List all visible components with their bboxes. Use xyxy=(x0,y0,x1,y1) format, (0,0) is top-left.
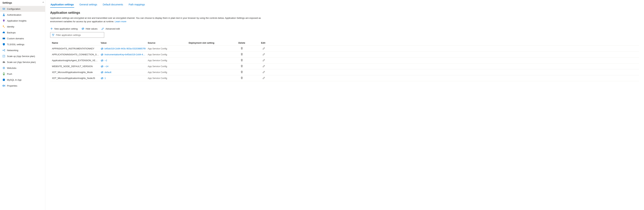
plus-icon xyxy=(50,27,53,30)
pencil-icon[interactable] xyxy=(262,77,265,79)
edit-cell xyxy=(253,71,267,74)
properties-icon xyxy=(2,84,5,87)
svg-point-5 xyxy=(4,8,5,9)
sidebar-item-scale-out-app-service-plan-[interactable]: Scale out (App Service plan) xyxy=(0,59,45,65)
setting-value[interactable]: InstrumentationKey=b45dc019-2c64-44… xyxy=(104,53,146,56)
trash-icon[interactable] xyxy=(240,53,243,56)
eye-hide-icon[interactable] xyxy=(101,65,104,68)
tab-path-mappings[interactable]: Path mappings xyxy=(128,2,145,8)
setting-source: App Service Config xyxy=(148,71,189,74)
edit-cell xyxy=(253,77,267,80)
table-header: Name Value Source Deployment slot settin… xyxy=(50,40,639,46)
setting-value-cell: InstrumentationKey=b45dc019-2c64-44… xyxy=(101,53,148,56)
setting-value[interactable]: 1 xyxy=(104,77,106,80)
table-row: XDT_MicrosoftApplicationInsights_NodeJS1… xyxy=(50,75,639,81)
advanced-edit-button[interactable]: Advanced edit xyxy=(102,27,120,30)
svg-point-18 xyxy=(3,67,4,69)
setting-name: XDT_MicrosoftApplicationInsights_NodeJS xyxy=(52,77,101,80)
trash-icon[interactable] xyxy=(240,47,243,50)
sidebar-item-label: TLS/SSL settings xyxy=(7,43,24,46)
th-delete: Delete xyxy=(230,42,253,44)
setting-value[interactable]: ~2 xyxy=(104,59,107,62)
eye-hide-icon[interactable] xyxy=(101,59,104,62)
edit-cell xyxy=(253,53,267,56)
svg-rect-17 xyxy=(4,62,5,63)
tab-general-settings[interactable]: General settings xyxy=(79,2,98,8)
pencil-icon[interactable] xyxy=(262,53,265,56)
shield-icon xyxy=(2,43,5,46)
trash-icon[interactable] xyxy=(240,59,243,62)
collapse-caret-icon[interactable] xyxy=(42,1,44,3)
setting-source: App Service Config xyxy=(148,59,189,62)
trash-icon[interactable] xyxy=(240,65,243,67)
sidebar-title: Settings xyxy=(0,0,45,6)
tab-default-documents[interactable]: Default documents xyxy=(102,2,124,8)
svg-point-4 xyxy=(4,9,4,9)
sidebar-item-webjobs[interactable]: WebJobs xyxy=(0,65,45,71)
pencil-icon[interactable] xyxy=(262,59,265,62)
setting-name: ApplicationInsightsAgent_EXTENSION_VERSI… xyxy=(52,59,101,62)
setting-name: WEBSITE_NODE_DEFAULT_VERSION xyxy=(52,65,101,68)
sliders-icon xyxy=(2,7,5,10)
scaleup-icon xyxy=(2,55,5,58)
trash-icon[interactable] xyxy=(240,71,243,73)
domain-icon xyxy=(2,37,5,40)
sidebar-item-label: Backups xyxy=(7,31,16,34)
sidebar-item-label: Authentication xyxy=(7,13,21,16)
svg-rect-20 xyxy=(4,73,4,75)
sidebar-item-custom-domains[interactable]: Custom domains xyxy=(0,35,45,41)
table-row: APPLICATIONINSIGHTS_CONNECTION_STRINGIns… xyxy=(50,52,639,58)
setting-value[interactable]: b45dc019-2c64-443c-903a-032036657f9 xyxy=(104,47,146,50)
sidebar-item-backups[interactable]: Backups xyxy=(0,29,45,35)
sidebar-item-networking[interactable]: Networking xyxy=(0,47,45,53)
th-source: Source xyxy=(148,42,189,44)
sidebar-item-scale-up-app-service-plan-[interactable]: Scale up (App Service plan) xyxy=(0,53,45,59)
setting-value[interactable]: ~14 xyxy=(104,65,108,68)
sidebar-item-push[interactable]: Push xyxy=(0,71,45,77)
sidebar-item-application-insights[interactable]: Application Insights xyxy=(0,18,45,24)
sidebar-item-label: MySQL In App xyxy=(7,79,22,81)
sidebar-item-label: Identity xyxy=(7,25,14,28)
svg-rect-7 xyxy=(4,21,4,22)
sidebar-item-identity[interactable]: Identity xyxy=(0,24,45,29)
filter-icon xyxy=(52,34,54,36)
setting-value[interactable]: default xyxy=(104,71,111,74)
eye-hide-icon[interactable] xyxy=(101,47,104,50)
sidebar-item-properties[interactable]: Properties xyxy=(0,83,45,89)
svg-point-6 xyxy=(3,14,4,15)
sidebar-item-label: WebJobs xyxy=(7,67,16,69)
table-row: XDT_MicrosoftApplicationInsights_Modedef… xyxy=(50,69,639,75)
push-icon xyxy=(2,73,5,75)
sidebar-items: ConfigurationAuthenticationApplication I… xyxy=(0,6,45,89)
setting-name: APPINSIGHTS_INSTRUMENTATIONKEY xyxy=(52,47,101,50)
filter-input[interactable] xyxy=(56,34,102,36)
sidebar-item-label: Configuration xyxy=(7,8,20,10)
delete-cell xyxy=(230,53,253,56)
section-title: Application settings xyxy=(50,11,639,15)
table-row: WEBSITE_NODE_DEFAULT_VERSION~14App Servi… xyxy=(50,63,639,69)
key-icon xyxy=(2,25,5,28)
edit-cell xyxy=(253,47,267,50)
filter-box[interactable] xyxy=(50,32,104,38)
trash-icon[interactable] xyxy=(240,77,243,79)
learn-more-link[interactable]: Learn more xyxy=(115,20,126,23)
mysql-icon xyxy=(2,78,5,81)
delete-cell xyxy=(230,47,253,50)
setting-source: App Service Config xyxy=(148,53,189,56)
sidebar-item-tls-ssl-settings[interactable]: TLS/SSL settings xyxy=(0,41,45,47)
sidebar-item-authentication[interactable]: Authentication xyxy=(0,12,45,18)
sidebar-item-mysql-in-app[interactable]: MySQL In App xyxy=(0,77,45,83)
setting-value-cell: ~14 xyxy=(101,65,148,68)
pencil-icon[interactable] xyxy=(262,71,265,73)
settings-table: Name Value Source Deployment slot settin… xyxy=(50,40,639,81)
new-application-setting-button[interactable]: New application setting xyxy=(50,27,78,30)
sidebar-item-configuration[interactable]: Configuration xyxy=(0,6,45,12)
hide-values-button[interactable]: Hide values xyxy=(82,27,98,30)
pencil-icon[interactable] xyxy=(262,47,265,50)
table-row: APPINSIGHTS_INSTRUMENTATIONKEYb45dc019-2… xyxy=(50,46,639,52)
pencil-icon[interactable] xyxy=(262,65,265,67)
eye-hide-icon[interactable] xyxy=(101,53,104,56)
eye-hide-icon[interactable] xyxy=(101,71,104,74)
tab-application-settings[interactable]: Application settings xyxy=(50,2,74,8)
eye-hide-icon[interactable] xyxy=(101,77,104,80)
